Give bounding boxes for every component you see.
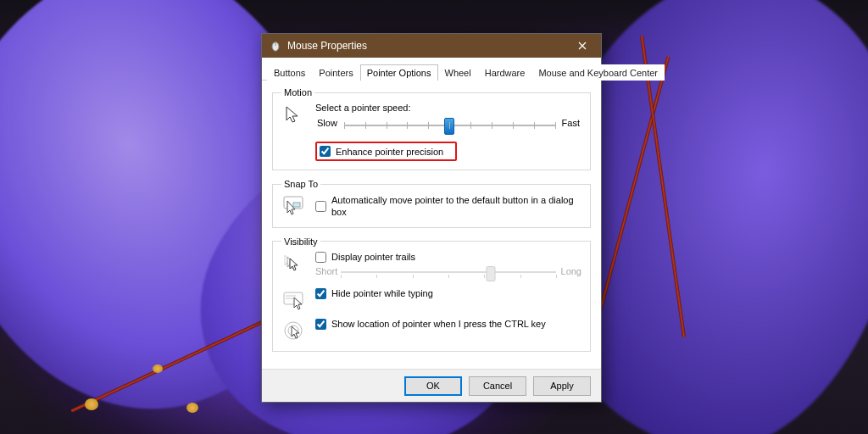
- wallpaper-pollen: [85, 398, 98, 410]
- snapto-group: Snap To Automatically move pointer to th…: [272, 179, 591, 228]
- pointer-speed-slider[interactable]: [344, 118, 555, 133]
- pointer-trails-icon: [281, 252, 305, 274]
- window-title: Mouse Properties: [287, 40, 564, 52]
- dialog-footer: OK Cancel Apply: [262, 369, 601, 402]
- hide-pointer-icon: [281, 288, 305, 310]
- ok-button[interactable]: OK: [404, 376, 462, 396]
- mouse-icon: [269, 39, 282, 53]
- motion-legend: Motion: [281, 87, 314, 97]
- dialog-body: Motion Select a pointer speed: Slow: [262, 81, 601, 367]
- pointer-speed-icon: [281, 103, 305, 125]
- hide-pointer-checkbox[interactable]: Hide pointer while typing: [315, 288, 581, 299]
- apply-button[interactable]: Apply: [533, 376, 591, 396]
- enhance-label: Enhance pointer precision: [336, 147, 443, 157]
- tab-mouse-keyboard-center[interactable]: Mouse and Keyboard Center: [531, 64, 665, 81]
- pointer-trails-slider: Short Long: [315, 264, 581, 280]
- tab-pointers[interactable]: Pointers: [312, 64, 359, 81]
- ctrl-locate-checkbox[interactable]: Show location of pointer when I press th…: [315, 319, 581, 330]
- visibility-group: Visibility Display pointer trails: [272, 236, 591, 352]
- short-label: Short: [315, 266, 337, 276]
- ctrl-label: Show location of pointer when I press th…: [331, 319, 546, 329]
- snapto-icon: [281, 194, 305, 216]
- titlebar[interactable]: Mouse Properties: [262, 34, 601, 58]
- fast-label: Fast: [562, 118, 580, 133]
- wallpaper-pollen: [153, 364, 163, 373]
- snapto-legend: Snap To: [281, 179, 320, 189]
- close-icon[interactable]: [564, 34, 601, 58]
- snapto-label: Automatically move pointer to the defaul…: [331, 194, 581, 219]
- tab-hardware[interactable]: Hardware: [478, 64, 532, 81]
- enhance-pointer-precision-checkbox[interactable]: Enhance pointer precision: [320, 146, 443, 157]
- motion-group: Motion Select a pointer speed: Slow: [272, 87, 591, 170]
- trails-label: Display pointer trails: [331, 252, 415, 262]
- wallpaper-pollen: [186, 403, 198, 413]
- cancel-button[interactable]: Cancel: [469, 376, 526, 396]
- mouse-properties-dialog: Mouse Properties Buttons Pointers Pointe…: [261, 33, 602, 403]
- snapto-checkbox[interactable]: Automatically move pointer to the defaul…: [315, 194, 581, 219]
- hide-label: Hide pointer while typing: [331, 288, 433, 298]
- ctrl-locate-icon: [281, 319, 305, 341]
- desktop-wallpaper: Mouse Properties Buttons Pointers Pointe…: [0, 0, 868, 434]
- svg-rect-3: [293, 203, 300, 207]
- tab-buttons[interactable]: Buttons: [267, 64, 312, 81]
- pointer-trails-checkbox[interactable]: Display pointer trails: [315, 252, 581, 263]
- tab-wheel[interactable]: Wheel: [438, 64, 478, 81]
- long-label: Long: [561, 266, 581, 276]
- visibility-legend: Visibility: [281, 236, 320, 247]
- slow-label: Slow: [317, 118, 337, 133]
- pointer-speed-label: Select a pointer speed:: [315, 103, 581, 113]
- tab-strip: Buttons Pointers Pointer Options Wheel H…: [262, 58, 601, 81]
- tab-pointer-options[interactable]: Pointer Options: [360, 64, 438, 81]
- highlight-box: Enhance pointer precision: [315, 142, 457, 161]
